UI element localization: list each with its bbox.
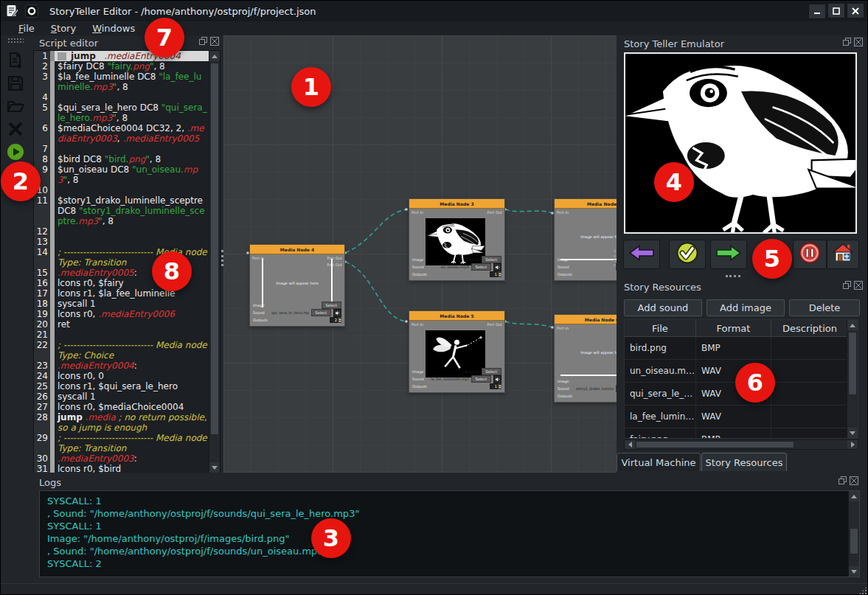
- splitter-emulator-resources[interactable]: [726, 275, 740, 277]
- node-title: Media Node 5: [409, 311, 504, 321]
- minimize-button[interactable]: [808, 4, 826, 19]
- save-button[interactable]: [4, 74, 27, 96]
- outputs-spinner[interactable]: 1: [490, 383, 501, 389]
- back-arrow-button[interactable]: [623, 240, 660, 269]
- table-row[interactable]: qui_sera_le_hero.mp3WAV: [625, 383, 858, 406]
- add-sound-button[interactable]: Add sound: [624, 299, 702, 316]
- node-field-label: Sound: [558, 265, 574, 269]
- editor-line-16: 16lcons r0, $fairy: [34, 278, 209, 288]
- editor-line-9: 9$un_oiseau DC8 "un_oiseau.mp3", 8: [34, 164, 209, 185]
- resize-grip-icon[interactable]: [858, 586, 867, 595]
- node-media-node-3[interactable]: Media Node 3Port InPort OutImagebird.png…: [409, 198, 505, 281]
- confirm-check-icon: [676, 242, 698, 267]
- float-panel-icon[interactable]: [843, 281, 852, 290]
- port-in[interactable]: Port In: [412, 322, 423, 327]
- close-button[interactable]: [847, 3, 864, 18]
- column-header-description[interactable]: Description: [771, 320, 849, 336]
- close-panel-icon[interactable]: [210, 37, 219, 46]
- emulator-title: Story Teller Emulator: [624, 38, 724, 49]
- storyteller-app-icon: [24, 4, 39, 18]
- script-editor-panel: Script editor 1jump .mediaEntry00042$fai…: [30, 35, 223, 473]
- close-panel-icon[interactable]: [854, 38, 863, 46]
- outputs-spinner[interactable]: 2: [330, 317, 341, 323]
- resources-hscrollbar[interactable]: [624, 439, 858, 450]
- table-cell: un_oiseau.mp3: [625, 360, 696, 382]
- home-button[interactable]: [827, 240, 859, 269]
- editor-line-2: 2$fairy DC8 "fairy.png", 8: [34, 61, 209, 72]
- editor-line-29: 29; ---------------------------- Media n…: [34, 433, 209, 453]
- toolbar-drag-handle[interactable]: [7, 38, 24, 44]
- run-icon: [7, 143, 24, 164]
- table-row[interactable]: bird.pngBMP: [625, 337, 858, 360]
- menu-item-windows[interactable]: Windows: [85, 23, 142, 34]
- menubar: FileStoryWindowsHelp: [1, 21, 868, 35]
- menu-item-story[interactable]: Story: [44, 23, 83, 34]
- node-media-node-6[interactable]: Media Node 6Port InPort OutImage will ap…: [554, 314, 617, 403]
- speaker-icon[interactable]: [333, 309, 341, 317]
- float-panel-icon[interactable]: [839, 476, 847, 485]
- table-cell: bird.png: [625, 337, 696, 359]
- node-field-label: Outputs: [558, 394, 574, 398]
- port-out[interactable]: Port Out: [487, 210, 502, 215]
- select-image-button[interactable]: Select: [322, 302, 341, 309]
- right-dock: Story Teller Emulator Story Resources Ad…: [617, 35, 868, 473]
- window-title: StoryTeller Editor - /home/anthony/ostpr…: [49, 6, 802, 17]
- speaker-icon[interactable]: [493, 263, 501, 271]
- emulator-screen: [624, 52, 857, 234]
- column-header-format[interactable]: Format: [696, 320, 771, 336]
- table-row[interactable]: un_oiseau.mp3WAV: [625, 360, 858, 383]
- table-row[interactable]: fairy.pngBMP: [625, 428, 858, 439]
- confirm-check-button[interactable]: [669, 240, 706, 269]
- editor-line-30: 30.mediaEntry0003:: [34, 453, 209, 464]
- menu-item-help[interactable]: Help: [144, 23, 181, 34]
- select-sound-button[interactable]: Select: [471, 375, 491, 383]
- new-file-button[interactable]: [4, 51, 27, 73]
- pause-icon: [799, 242, 821, 267]
- editor-line-15: 15.mediaEntry0005:: [34, 268, 209, 278]
- script-editor-scrollbar[interactable]: [209, 51, 220, 473]
- script-editor-textarea[interactable]: 1jump .mediaEntry00042$fairy DC8 "fairy.…: [33, 50, 221, 473]
- editor-line-10: 10: [34, 185, 209, 195]
- open-folder-button[interactable]: [4, 97, 27, 119]
- tab-story-resources[interactable]: Story Resources: [701, 453, 787, 471]
- close-panel-icon[interactable]: [850, 476, 858, 485]
- select-image-button[interactable]: Select: [482, 368, 501, 375]
- close-x-button[interactable]: [4, 119, 27, 142]
- port-out[interactable]: Port Out: [487, 322, 502, 327]
- select-sound-button[interactable]: Select: [471, 263, 491, 271]
- float-panel-icon[interactable]: [843, 38, 852, 46]
- tab-virtual-machine[interactable]: Virtual Machine: [617, 453, 701, 471]
- node-media-node-4[interactable]: Media Node 4Port InPort OutPort OutImage…: [249, 244, 345, 327]
- resources-table-scrollbar[interactable]: [847, 320, 858, 438]
- close-panel-icon[interactable]: [854, 281, 863, 290]
- logs-panel: Logs SYSCALL: 1 , Sound: "/home/anthony/…: [30, 473, 868, 583]
- float-panel-icon[interactable]: [199, 37, 208, 46]
- add-image-button[interactable]: Add image: [706, 299, 785, 316]
- editor-line-13: 13: [34, 237, 209, 247]
- select-image-button[interactable]: Select: [482, 256, 501, 263]
- next-arrow-button[interactable]: [710, 240, 747, 269]
- port-in[interactable]: Port In: [412, 210, 423, 215]
- speaker-icon[interactable]: [493, 375, 501, 383]
- delete-button[interactable]: Delete: [789, 299, 860, 316]
- run-button[interactable]: [4, 142, 27, 164]
- outputs-spinner[interactable]: 1: [490, 271, 501, 277]
- splitter-canvas-dock[interactable]: [614, 250, 616, 266]
- node-field-label: Outputs: [558, 272, 574, 276]
- node-field-label: Image: [412, 369, 428, 374]
- node-media-node-5[interactable]: Media Node 5Port InPort OutImagefairy.pn…: [409, 310, 505, 393]
- splitter-editor-canvas[interactable]: [221, 250, 223, 266]
- logs-scrollbar[interactable]: [848, 491, 859, 577]
- column-header-file[interactable]: File: [625, 320, 696, 336]
- pause-button[interactable]: [793, 240, 827, 269]
- node-media-node[interactable]: Media NodePort InPort OutImage will appe…: [554, 198, 617, 281]
- node-graph-canvas[interactable]: Media Node 4Port InPort OutPort OutImage…: [223, 35, 617, 473]
- table-row[interactable]: la_fee_luminelle.mp3WAV: [625, 406, 858, 428]
- select-sound-button[interactable]: Select: [311, 309, 331, 316]
- node-title: Media Node 4: [250, 245, 344, 254]
- maximize-button[interactable]: [827, 3, 845, 18]
- menu-item-file[interactable]: File: [11, 23, 42, 34]
- table-cell: WAV: [696, 406, 771, 428]
- node-title: Media Node 3: [409, 199, 504, 209]
- editor-line-8: 8$bird DC8 "bird.png", 8: [34, 154, 209, 164]
